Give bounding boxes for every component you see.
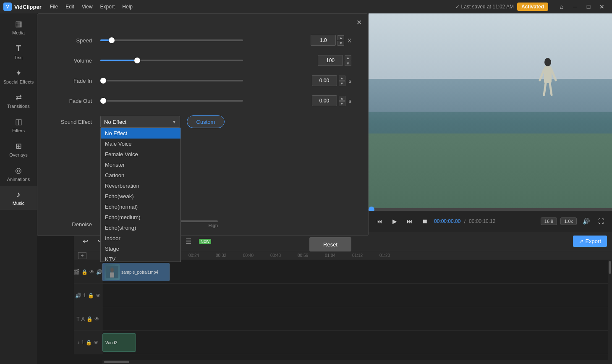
volume-button[interactable]: 🔊: [580, 215, 592, 227]
aspect-ratio-badge[interactable]: 16:9: [541, 217, 557, 225]
dropdown-item-cartoon[interactable]: Cartoon: [101, 170, 180, 181]
video-clip-name: sample_potrait.mp4: [121, 270, 158, 275]
dropdown-item-ktv[interactable]: KTV: [101, 254, 180, 262]
time-separator: /: [464, 218, 466, 225]
sidebar-item-media[interactable]: ▦ Media: [0, 15, 37, 39]
speed-slider-thumb[interactable]: [109, 37, 115, 43]
dropdown-item-echo-medium[interactable]: Echo(medium): [101, 212, 180, 223]
dropdown-item-echo-normal[interactable]: Echo(normal): [101, 202, 180, 212]
scroll-thumb-x[interactable]: [104, 361, 129, 363]
audio1-eye-icon[interactable]: 👁: [96, 293, 101, 299]
dropdown-item-echo-weak[interactable]: Echo(weak): [101, 191, 180, 202]
scroll-thumb-y[interactable]: [609, 261, 611, 274]
dropdown-item-reverberation[interactable]: Reverberation: [101, 181, 180, 191]
sound-effect-dropdown[interactable]: No Effect Male Voice Female Voice Monste…: [100, 128, 181, 262]
dropdown-item-no-effect[interactable]: No Effect: [101, 128, 180, 139]
fadein-increment-button[interactable]: ▲: [339, 76, 345, 81]
music-track-icon: ♪: [77, 340, 80, 346]
speed-control-row: Speed ▲ ▼ X: [54, 35, 351, 46]
fadein-decrement-button[interactable]: ▼: [339, 81, 345, 86]
fullscreen-button[interactable]: ⛶: [595, 215, 607, 227]
player-controls: ⏮ ▶ ⏭ ⏹ 00:00:00.00 / 00:00:10.12 16:9 1…: [369, 211, 612, 232]
sidebar-item-animations[interactable]: ◎ Animations: [0, 162, 37, 186]
rewind-button[interactable]: ⏮: [374, 215, 385, 227]
fadein-value-input[interactable]: [312, 75, 337, 86]
music-track-row: ♪ 1 🔒 👁 Wind2: [74, 331, 612, 354]
music-track-lock[interactable]: 🔒: [86, 340, 92, 346]
fadein-slider-thumb[interactable]: [100, 78, 106, 84]
timeline-scrollbar-y[interactable]: [608, 260, 612, 360]
sidebar-item-text[interactable]: T Text: [0, 39, 37, 64]
menu-view[interactable]: View: [78, 2, 96, 11]
volume-decrement-button[interactable]: ▼: [345, 61, 351, 66]
music-clip-1[interactable]: Wind2: [102, 333, 136, 352]
video-clip-1[interactable]: sample_potrait.mp4: [102, 263, 170, 281]
music-track-controls: ♪ 1 🔒 👁: [74, 331, 102, 354]
app-logo: V VidClipper: [3, 3, 42, 11]
dropdown-item-male-voice[interactable]: Male Voice: [101, 139, 180, 149]
speed-decrement-button[interactable]: ▼: [337, 41, 344, 46]
export-button[interactable]: ↗ Export: [573, 236, 607, 247]
dropdown-item-indoor[interactable]: Indoor: [101, 233, 180, 244]
music-track-eye[interactable]: 👁: [94, 340, 99, 346]
volume-label: Volume: [54, 58, 92, 64]
dropdown-item-female-voice[interactable]: Female Voice: [101, 149, 180, 160]
menu-help[interactable]: Help: [119, 2, 136, 11]
timeline-scrollbar-x[interactable]: [102, 360, 612, 364]
export-label: Export: [585, 238, 601, 244]
volume-value-input[interactable]: [318, 55, 343, 66]
fadeout-unit: s: [349, 98, 352, 104]
text-track-eye[interactable]: 👁: [94, 316, 99, 322]
video-eye-icon[interactable]: 👁: [89, 269, 94, 275]
stop-button[interactable]: ⏹: [419, 215, 431, 227]
fadeout-slider-thumb[interactable]: [100, 98, 106, 104]
menu-edit[interactable]: Edit: [62, 2, 78, 11]
speed-slider-track[interactable]: [100, 39, 243, 41]
app-name: VidClipper: [14, 4, 42, 10]
volume-slider-track[interactable]: [100, 60, 243, 61]
volume-slider-thumb[interactable]: [134, 58, 140, 63]
dropdown-item-monster[interactable]: Monster: [101, 160, 180, 170]
menu-export[interactable]: Export: [97, 2, 118, 11]
fadeout-slider-track[interactable]: [100, 100, 243, 102]
fadeout-increment-button[interactable]: ▲: [339, 96, 345, 101]
sidebar-item-overlays[interactable]: ⊞ Overlays: [0, 137, 37, 162]
sidebar-item-special-effects[interactable]: ✦ Special Effects: [0, 64, 37, 89]
denoise-label: Denoise: [54, 221, 92, 228]
video-audio-icon: 🔊: [96, 269, 102, 275]
music-track-number: 1: [81, 340, 84, 346]
play-button[interactable]: ▶: [389, 215, 400, 227]
video-track-row: 🎬 🔒 👁 🔊: [74, 260, 612, 284]
volume-increment-button[interactable]: ▲: [345, 55, 351, 60]
text-track-lock[interactable]: 🔒: [86, 316, 93, 322]
forward-button[interactable]: ⏭: [404, 215, 416, 227]
sidebar-item-filters[interactable]: ◫ Filters: [0, 113, 37, 137]
fadein-control-row: Fade In ▲ ▼ s: [54, 75, 351, 86]
speed-increment-button[interactable]: ▲: [337, 35, 344, 40]
minimize-button[interactable]: ─: [568, 0, 582, 13]
custom-equalizer-button[interactable]: Custom: [187, 115, 225, 128]
reset-button[interactable]: Reset: [309, 237, 351, 251]
dialog-close-button[interactable]: ✕: [354, 17, 364, 27]
close-button[interactable]: ✕: [595, 0, 609, 13]
denoise-label-high: High: [208, 223, 218, 228]
dropdown-item-echo-strong[interactable]: Echo(strong): [101, 223, 180, 233]
fadeout-decrement-button[interactable]: ▼: [339, 101, 345, 106]
speed-badge[interactable]: 1.0x: [560, 217, 577, 225]
fadeout-value-input[interactable]: [312, 95, 337, 106]
sidebar-item-transitions[interactable]: ⇄ Transitions: [0, 89, 37, 113]
dropdown-item-stage[interactable]: Stage: [101, 244, 180, 254]
maximize-button[interactable]: □: [582, 0, 595, 13]
activated-badge[interactable]: Activated: [517, 3, 548, 11]
fadein-slider-track[interactable]: [100, 80, 243, 81]
filters-icon: ◫: [15, 117, 22, 126]
menu-file[interactable]: File: [47, 2, 61, 11]
video-lock-icon[interactable]: 🔒: [81, 269, 88, 275]
speed-value-input[interactable]: [311, 35, 336, 46]
sidebar-item-music[interactable]: ♪ Music: [0, 186, 37, 210]
sound-effect-select[interactable]: No Effect ▼: [100, 116, 180, 128]
audio1-lock-icon[interactable]: 🔒: [88, 293, 94, 299]
home-button[interactable]: ⌂: [555, 0, 568, 13]
audio-settings-dialog: ✕ Speed ▲ ▼: [37, 13, 369, 236]
fadein-value-group: ▲ ▼ s: [312, 75, 352, 86]
